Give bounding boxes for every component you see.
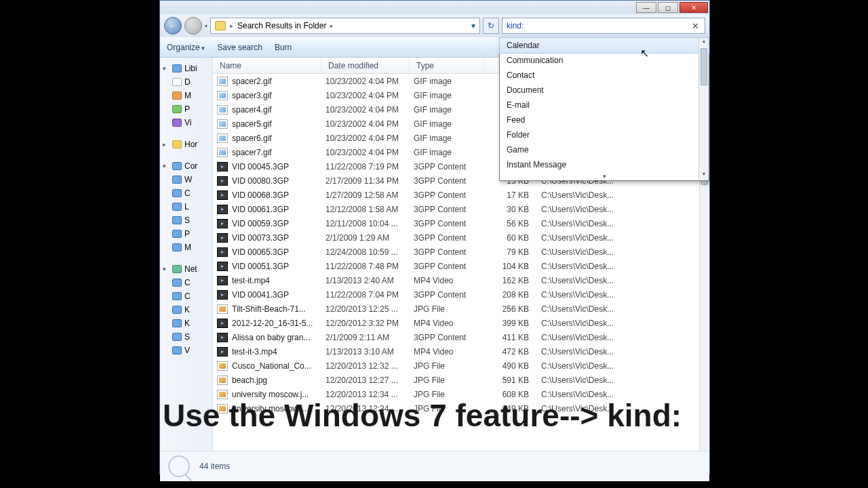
file-row[interactable]: VID 00041.3GP 11/22/2008 7:04 PM 3GPP Co… — [213, 287, 709, 302]
file-type: GIF image — [414, 77, 488, 86]
file-row[interactable]: Tilt-Shift-Beach-71... 12/20/2013 12:25 … — [213, 302, 709, 316]
refresh-button[interactable]: ↻ — [483, 18, 499, 34]
breadcrumb-sep[interactable]: ▸ — [330, 22, 334, 29]
file-date: 12/24/2008 10:59 ... — [326, 247, 414, 257]
dropdown-scrollbar[interactable]: ▴ ▾ — [698, 38, 709, 180]
col-date[interactable]: Date modified — [321, 58, 410, 73]
file-row[interactable]: Alissa on baby gran... 2/1/2009 2:11 AM … — [213, 330, 709, 344]
dropdown-item[interactable]: Folder — [500, 127, 709, 142]
dropdown-item[interactable]: Game — [500, 142, 709, 157]
search-box[interactable]: ✕ — [502, 18, 705, 34]
sidebar-network[interactable]: ▾Net — [163, 262, 210, 276]
sidebar-item[interactable]: D — [163, 75, 210, 89]
clear-search-icon[interactable]: ✕ — [686, 21, 705, 31]
breadcrumb-label[interactable]: Search Results in Folder — [237, 21, 326, 30]
file-name: 2012-12-20_16-31-5... — [232, 319, 326, 328]
folder-icon — [215, 21, 226, 30]
addressbar[interactable]: ▸ Search Results in Folder ▸ ▾ — [210, 18, 480, 34]
sidebar-item[interactable]: C — [163, 276, 210, 289]
sidebar-item[interactable]: K — [163, 303, 210, 317]
dropdown-more-icon[interactable]: ▾ — [500, 172, 709, 180]
address-dropdown-icon[interactable]: ▾ — [471, 21, 475, 30]
forward-button[interactable]: → — [184, 17, 202, 35]
file-name: spacer7.gif — [232, 148, 326, 157]
file-row[interactable]: VID 00073.3GP 2/1/2009 1:29 AM 3GPP Cont… — [213, 230, 709, 245]
file-row[interactable]: 2012-12-20_16-31-5... 12/20/2012 3:32 PM… — [213, 316, 709, 330]
col-name[interactable]: Name — [213, 58, 321, 73]
file-row[interactable]: VID 00061.3GP 12/12/2008 1:58 AM 3GPP Co… — [213, 202, 709, 216]
dropdown-item[interactable]: Calendar — [499, 37, 709, 54]
sidebar-item[interactable]: C — [163, 289, 210, 303]
file-name: Cusco_National_Co... — [232, 361, 326, 371]
nav-history-dropdown[interactable]: ▾ — [205, 23, 208, 29]
file-type: 3GPP Content — [414, 233, 488, 243]
scroll-up-icon[interactable]: ▴ — [699, 38, 709, 47]
file-icon — [217, 333, 228, 342]
sidebar-item[interactable]: M — [163, 89, 210, 102]
file-name: spacer6.gif — [232, 134, 326, 143]
back-button[interactable]: ← — [164, 17, 182, 35]
file-type: 3GPP Content — [414, 205, 488, 214]
sidebar-computer[interactable]: ▾Cor — [163, 159, 210, 173]
search-icon — [168, 455, 190, 477]
dropdown-item[interactable]: Communication — [500, 53, 709, 68]
close-button[interactable]: ✕ — [679, 2, 708, 13]
sidebar-item[interactable]: L — [163, 200, 210, 214]
file-date: 1/13/2013 2:40 AM — [326, 276, 414, 285]
file-row[interactable]: VID 00065.3GP 12/24/2008 10:59 ... 3GPP … — [213, 245, 709, 259]
file-name: Tilt-Shift-Beach-71... — [232, 304, 326, 314]
nav-sidebar: ▾Libi D M P Vi ▸Hor ▾Cor W C L S P M ▾Ne… — [160, 58, 213, 451]
file-row[interactable]: test-it.mp4 1/13/2013 2:40 AM MP4 Video … — [213, 273, 709, 287]
search-input[interactable] — [502, 21, 686, 30]
file-icon — [217, 247, 228, 257]
dropdown-item[interactable]: Instant Message — [500, 157, 709, 172]
file-icon — [217, 290, 228, 300]
sidebar-item[interactable]: C — [163, 186, 210, 200]
sidebar-item[interactable]: S — [163, 214, 210, 227]
file-type: GIF image — [414, 134, 488, 143]
dropdown-scroll-thumb[interactable] — [701, 48, 707, 85]
file-size: 104 KB — [488, 262, 534, 271]
sidebar-item[interactable]: V — [163, 344, 210, 357]
file-row[interactable]: test-it-3.mp4 1/13/2013 3:10 AM MP4 Vide… — [213, 344, 709, 359]
burn-button[interactable]: Burn — [275, 43, 292, 52]
file-folder: C:\Users\Vic\Desk... — [534, 262, 709, 271]
file-icon — [217, 77, 228, 86]
file-icon — [217, 219, 228, 228]
minimize-button[interactable]: — — [636, 2, 656, 13]
sidebar-item[interactable]: W — [163, 173, 210, 186]
breadcrumb-sep[interactable]: ▸ — [230, 22, 233, 29]
file-row[interactable]: VID 00068.3GP 1/27/2009 12:58 AM 3GPP Co… — [213, 188, 709, 202]
sidebar-item[interactable]: P — [163, 227, 210, 241]
dropdown-item[interactable]: E-mail — [500, 98, 709, 113]
sidebar-libraries[interactable]: ▾Libi — [163, 62, 210, 75]
dropdown-item[interactable]: Document — [500, 83, 709, 98]
col-type[interactable]: Type — [410, 58, 484, 73]
file-icon — [217, 162, 228, 171]
file-type: JPG File — [414, 361, 488, 371]
save-search-button[interactable]: Save search — [217, 43, 262, 52]
organize-menu[interactable]: Organize — [167, 43, 205, 52]
file-folder: C:\Users\Vic\Desk... — [534, 233, 709, 243]
file-folder: C:\Users\Vic\Desk... — [534, 304, 709, 314]
sidebar-homegroup[interactable]: ▸Hor — [163, 138, 210, 151]
file-row[interactable]: VID 00051.3GP 11/22/2008 7:48 PM 3GPP Co… — [213, 259, 709, 273]
file-type: JPG File — [414, 375, 488, 385]
file-name: spacer4.gif — [232, 105, 326, 115]
scroll-down-icon[interactable]: ▾ — [699, 171, 709, 180]
file-name: beach.jpg — [232, 375, 326, 385]
sidebar-item[interactable]: P — [163, 102, 210, 116]
file-row[interactable]: Cusco_National_Co... 12/20/2013 12:32 ..… — [213, 359, 709, 373]
sidebar-item[interactable]: M — [163, 241, 210, 254]
sidebar-item[interactable]: Vi — [163, 116, 210, 129]
maximize-button[interactable]: ◻ — [658, 2, 678, 13]
dropdown-item[interactable]: Feed — [500, 113, 709, 127]
file-name: Alissa on baby gran... — [232, 333, 326, 342]
sidebar-item[interactable]: K — [163, 317, 210, 330]
file-type: GIF image — [414, 148, 488, 157]
file-icon — [217, 91, 228, 100]
file-row[interactable]: VID 00059.3GP 12/11/2008 10:04 ... 3GPP … — [213, 216, 709, 230]
sidebar-item[interactable]: S — [163, 330, 210, 344]
dropdown-item[interactable]: Contact — [500, 68, 709, 83]
file-row[interactable]: beach.jpg 12/20/2013 12:27 ... JPG File … — [213, 373, 709, 387]
